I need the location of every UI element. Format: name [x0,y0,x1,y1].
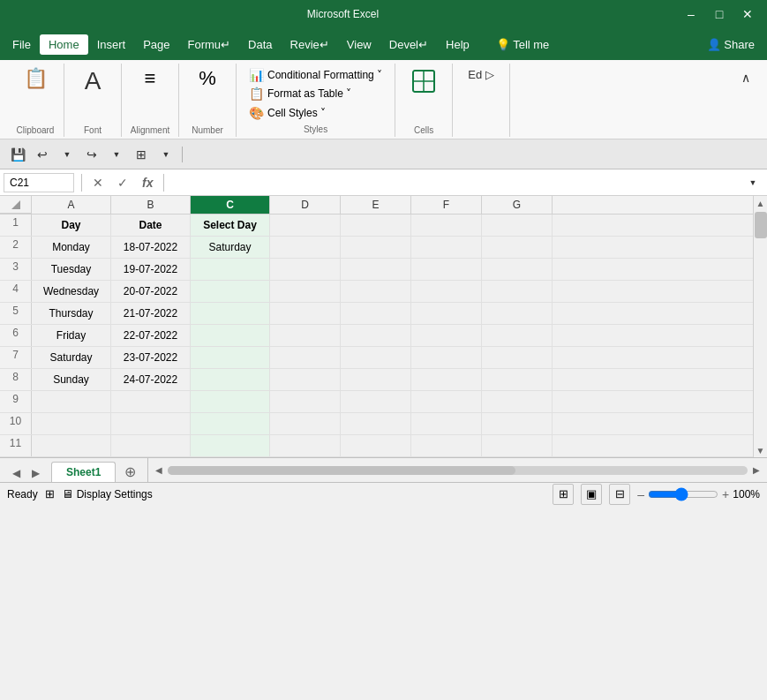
status-display-settings[interactable]: 🖥 Display Settings [62,487,153,501]
menu-tell-me[interactable]: 💡 Tell me [487,34,559,55]
cell-C11[interactable] [191,435,270,456]
cell-D8[interactable] [270,369,341,390]
cell-G7[interactable] [482,347,553,368]
cell-C1[interactable]: Select Day [191,215,270,236]
cell-B4[interactable]: 20-07-2022 [111,281,191,302]
cell-B2[interactable]: 18-07-2022 [111,237,191,258]
cell-A1[interactable]: Day [32,215,111,236]
conditional-formatting-button[interactable]: 📊 Conditional Formatting ˅ [245,66,386,84]
cell-G1[interactable] [482,215,553,236]
alignment-button[interactable]: ≡ [129,65,171,94]
row-header[interactable]: 6 [0,325,32,346]
sheet-nav-next[interactable]: ▶ [26,464,44,482]
minimize-button[interactable]: – [679,2,703,26]
row-header[interactable]: 8 [0,369,32,390]
col-header-D[interactable]: D [270,196,341,214]
cell-B10[interactable] [111,413,191,434]
menu-share[interactable]: 👤 Share [698,34,763,55]
col-header-G[interactable]: G [482,196,553,214]
cell-D1[interactable] [270,215,341,236]
cell-C8[interactable] [191,369,270,390]
undo-qa-button[interactable]: ↩ [32,144,53,165]
cell-D7[interactable] [270,347,341,368]
col-header-E[interactable]: E [341,196,411,214]
sheet-nav-prev[interactable]: ◀ [7,464,25,482]
cell-D3[interactable] [270,259,341,280]
cell-E11[interactable] [341,435,411,456]
cell-F7[interactable] [411,347,482,368]
menu-help[interactable]: Help [437,34,478,55]
hscroll-track[interactable] [168,466,748,475]
menu-file[interactable]: File [4,34,40,55]
zoom-minus-button[interactable]: – [637,487,644,501]
cell-F1[interactable] [411,215,482,236]
cell-G8[interactable] [482,369,553,390]
row-header[interactable]: 9 [0,391,32,412]
cell-D10[interactable] [270,413,341,434]
hscroll-left-button[interactable]: ◀ [152,463,166,478]
cell-G3[interactable] [482,259,553,280]
formula-input[interactable] [171,177,739,189]
cell-F2[interactable] [411,237,482,258]
cell-C3[interactable] [191,259,270,280]
menu-page[interactable]: Page [134,34,178,55]
cell-F5[interactable] [411,303,482,324]
hscroll-thumb[interactable] [168,466,515,475]
cell-F10[interactable] [411,413,482,434]
page-break-view-button[interactable]: ⊟ [609,484,630,505]
close-button[interactable]: ✕ [735,2,760,26]
save-qa-button[interactable]: 💾 [7,144,28,165]
cell-B11[interactable] [111,435,191,456]
cell-E5[interactable] [341,303,411,324]
row-header[interactable]: 3 [0,259,32,280]
cell-D6[interactable] [270,325,341,346]
maximize-button[interactable]: □ [707,2,732,26]
formula-cancel-button[interactable]: ✕ [89,174,107,192]
vertical-scrollbar[interactable]: ▲ ▼ [753,196,767,457]
cell-F3[interactable] [411,259,482,280]
menu-view[interactable]: View [338,34,380,55]
cell-G2[interactable] [482,237,553,258]
cell-A5[interactable]: Thursday [32,303,111,324]
cell-C5[interactable] [191,303,270,324]
cell-C10[interactable] [191,413,270,434]
format-as-table-button[interactable]: 📋 Format as Table ˅ [245,85,386,102]
cell-G11[interactable] [482,435,553,456]
editing-button[interactable]: Ed ▷ [460,65,502,86]
cell-A10[interactable] [32,413,111,434]
hscroll-right-button[interactable]: ▶ [749,463,763,478]
cell-E1[interactable] [341,215,411,236]
cell-F11[interactable] [411,435,482,456]
cell-F8[interactable] [411,369,482,390]
redo-dropdown-button[interactable]: ▼ [106,144,127,165]
row-header[interactable]: 4 [0,281,32,302]
cell-B7[interactable]: 23-07-2022 [111,347,191,368]
cell-A8[interactable]: Sunday [32,369,111,390]
cell-E9[interactable] [341,391,411,412]
cell-C7[interactable] [191,347,270,368]
cell-E10[interactable] [341,413,411,434]
row-header[interactable]: 10 [0,413,32,434]
cell-F4[interactable] [411,281,482,302]
font-button[interactable]: A [71,65,114,99]
scroll-down-button[interactable]: ▼ [754,443,768,457]
customize-qa-button[interactable]: ⊞ [131,144,152,165]
menu-insert[interactable]: Insert [88,34,135,55]
col-header-A[interactable]: A [32,196,111,214]
cell-C2[interactable]: Saturday [191,237,270,258]
menu-home[interactable]: Home [40,34,88,55]
cell-styles-button[interactable]: 🎨 Cell Styles ˅ [245,104,386,122]
cell-A3[interactable]: Tuesday [32,259,111,280]
formula-confirm-button[interactable]: ✓ [114,174,132,192]
row-header[interactable]: 1 [0,215,32,236]
row-header[interactable]: 2 [0,237,32,258]
cell-E7[interactable] [341,347,411,368]
cell-A7[interactable]: Saturday [32,347,111,368]
menu-review[interactable]: Revie↵ [282,34,338,55]
cell-B3[interactable]: 19-07-2022 [111,259,191,280]
cell-D4[interactable] [270,281,341,302]
number-button[interactable]: % [186,65,229,94]
row-header[interactable]: 7 [0,347,32,368]
cell-A11[interactable] [32,435,111,456]
cell-G6[interactable] [482,325,553,346]
